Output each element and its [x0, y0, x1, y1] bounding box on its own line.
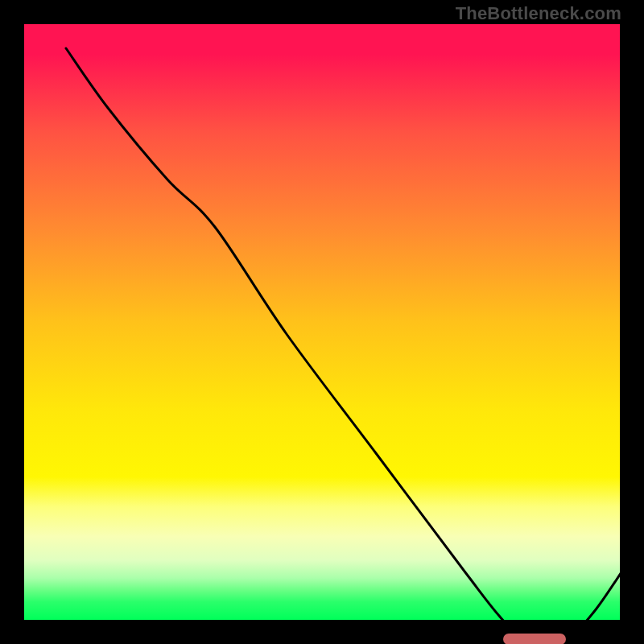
- optimal-range-marker: [503, 634, 566, 644]
- watermark-text: TheBottleneck.com: [456, 3, 621, 24]
- bottleneck-chart: TheBottleneck.com: [0, 0, 644, 644]
- curve-path: [66, 48, 620, 620]
- bottleneck-curve: [24, 24, 620, 620]
- plot-area: [24, 24, 620, 620]
